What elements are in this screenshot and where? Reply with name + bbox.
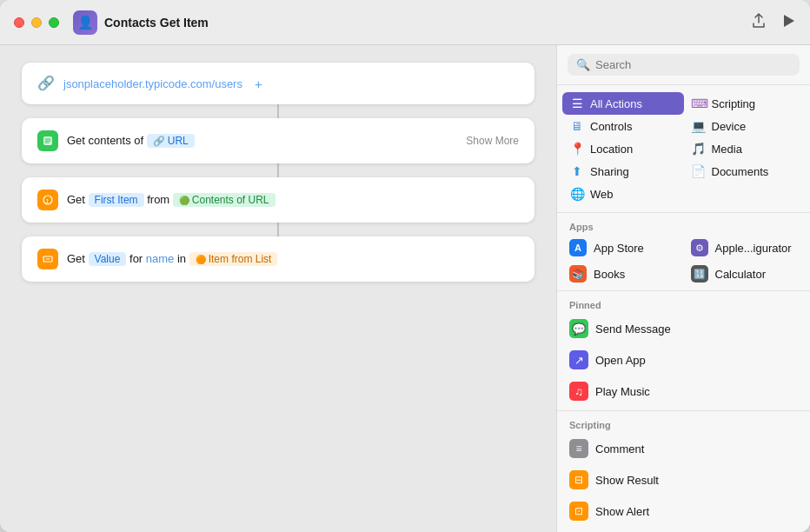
apple-configurator-label: Apple...igurator xyxy=(715,242,792,255)
get-value-icon xyxy=(37,249,58,269)
apps-section-header: Apps xyxy=(562,216,805,235)
get-contents-text: Get contents of 🔗 URL xyxy=(67,134,457,149)
add-url-button[interactable]: + xyxy=(255,76,262,91)
apps-section: Apps A App Store ⚙ Apple...igurator xyxy=(557,213,810,291)
categories-grid: ☰ All Actions ⌨ Scripting 🖥 Controls 💻 D… xyxy=(557,85,810,213)
device-icon: 💻 xyxy=(691,119,707,133)
url-step: 🔗 jsonplaceholder.typicode.com/users + xyxy=(22,63,534,104)
category-sharing[interactable]: ⬆ Sharing xyxy=(562,160,684,183)
minimize-button[interactable] xyxy=(31,17,42,28)
for-label: for xyxy=(129,252,146,265)
maximize-button[interactable] xyxy=(49,17,59,28)
category-location[interactable]: 📍 Location xyxy=(562,137,684,160)
category-scripting[interactable]: ⌨ Scripting xyxy=(684,92,806,115)
main-window: 👤 Contacts Get Item 🔗 jsonplaceh xyxy=(0,0,810,532)
get-contents-icon xyxy=(37,130,58,151)
svg-marker-0 xyxy=(784,15,794,27)
comment-label: Comment xyxy=(595,442,644,456)
scripting-section: Scripting ≡ Comment ⊟ Show Result ⊡ Show… xyxy=(557,411,810,532)
get-contents-step: Get contents of 🔗 URL Show More xyxy=(22,118,534,163)
device-label: Device xyxy=(712,120,747,133)
sharing-label: Sharing xyxy=(590,165,629,178)
web-icon: 🌐 xyxy=(569,187,585,201)
show-alert-item[interactable]: ⊡ Show Alert xyxy=(562,495,805,527)
show-result-item[interactable]: ⊟ Show Result xyxy=(562,464,805,495)
ask-for-input-item[interactable]: Ask for Input xyxy=(562,527,805,532)
search-input[interactable] xyxy=(595,58,791,71)
comment-icon: ≡ xyxy=(569,439,588,458)
get-value-text: Get Value for name in 🟠 Item from List xyxy=(67,252,519,267)
location-label: Location xyxy=(590,143,633,156)
play-music-label: Play Music xyxy=(595,385,650,398)
app-store-label: App Store xyxy=(594,242,644,255)
connector-2 xyxy=(277,163,279,177)
open-app-item[interactable]: ↗ Open App xyxy=(562,344,805,376)
books-label: Books xyxy=(594,268,625,281)
app-icon: 👤 xyxy=(73,10,97,35)
apple-configurator-item[interactable]: ⚙ Apple...igurator xyxy=(684,235,806,261)
get-contents-prefix: Get contents of xyxy=(67,134,147,147)
play-button[interactable] xyxy=(780,13,796,31)
item-from-list-token[interactable]: 🟠 Item from List xyxy=(189,252,278,266)
open-app-icon: ↗ xyxy=(569,350,588,369)
search-icon: 🔍 xyxy=(576,58,590,71)
documents-icon: 📄 xyxy=(691,164,707,178)
books-item[interactable]: 📚 Books xyxy=(562,261,684,287)
get-value-step: Get Value for name in 🟠 Item from List xyxy=(22,236,534,282)
apple-configurator-icon: ⚙ xyxy=(691,239,708,256)
app-store-icon: A xyxy=(569,239,587,256)
all-actions-icon: ☰ xyxy=(569,96,585,110)
workflow-steps: 🔗 jsonplaceholder.typicode.com/users + G xyxy=(17,63,539,282)
open-app-label: Open App xyxy=(595,354,646,367)
close-button[interactable] xyxy=(14,17,24,28)
media-icon: 🎵 xyxy=(691,142,707,156)
show-alert-icon: ⊡ xyxy=(569,502,588,521)
comment-item[interactable]: ≡ Comment xyxy=(562,433,805,464)
documents-label: Documents xyxy=(712,165,769,178)
share-button[interactable] xyxy=(751,13,767,31)
controls-label: Controls xyxy=(590,120,632,133)
category-controls[interactable]: 🖥 Controls xyxy=(562,115,684,137)
show-alert-label: Show Alert xyxy=(595,505,649,518)
titlebar-actions xyxy=(751,13,796,31)
in-label: in xyxy=(177,252,189,265)
from-label: from xyxy=(147,193,173,206)
connector-3 xyxy=(277,223,279,236)
calculator-label: Calculator xyxy=(715,268,767,281)
send-message-item[interactable]: 💬 Send Message xyxy=(562,313,805,344)
send-message-label: Send Message xyxy=(595,323,671,336)
controls-icon: 🖥 xyxy=(569,119,585,133)
show-result-icon: ⊟ xyxy=(569,470,588,489)
get-first-step: 1 Get First Item from 🟢 Contents of URL xyxy=(22,177,534,223)
value-token[interactable]: Value xyxy=(89,252,127,266)
location-icon: 📍 xyxy=(569,142,585,156)
search-input-wrapper: 🔍 xyxy=(568,54,800,76)
workflow-canvas: 🔗 jsonplaceholder.typicode.com/users + G xyxy=(0,45,556,532)
category-web[interactable]: 🌐 Web xyxy=(562,183,684,205)
pinned-section: Pinned 💬 Send Message ↗ Open App ♫ xyxy=(557,291,810,411)
traffic-lights xyxy=(14,17,59,28)
send-message-icon: 💬 xyxy=(569,319,588,338)
contents-url-token[interactable]: 🟢 Contents of URL xyxy=(173,193,276,207)
books-icon: 📚 xyxy=(569,265,587,283)
category-media[interactable]: 🎵 Media xyxy=(684,137,806,160)
url-value[interactable]: jsonplaceholder.typicode.com/users xyxy=(63,77,242,90)
url-token[interactable]: 🔗 URL xyxy=(147,134,195,148)
name-token[interactable]: name xyxy=(146,252,175,265)
category-all-actions[interactable]: ☰ All Actions xyxy=(562,92,684,115)
first-item-token[interactable]: First Item xyxy=(89,193,144,207)
sharing-icon: ⬆ xyxy=(569,164,585,178)
app-store-item[interactable]: A App Store xyxy=(562,235,684,261)
calculator-item[interactable]: 🔢 Calculator xyxy=(684,261,806,287)
category-device[interactable]: 💻 Device xyxy=(684,115,806,137)
play-music-item[interactable]: ♫ Play Music xyxy=(562,376,805,407)
link-icon: 🔗 xyxy=(37,75,55,92)
web-label: Web xyxy=(590,188,614,201)
media-label: Media xyxy=(712,143,742,156)
show-more-button[interactable]: Show More xyxy=(466,135,519,147)
scripting-icon: ⌨ xyxy=(691,96,707,110)
category-documents[interactable]: 📄 Documents xyxy=(684,160,806,183)
svg-text:1: 1 xyxy=(46,198,50,204)
all-actions-label: All Actions xyxy=(590,97,642,110)
show-result-label: Show Result xyxy=(595,474,659,487)
